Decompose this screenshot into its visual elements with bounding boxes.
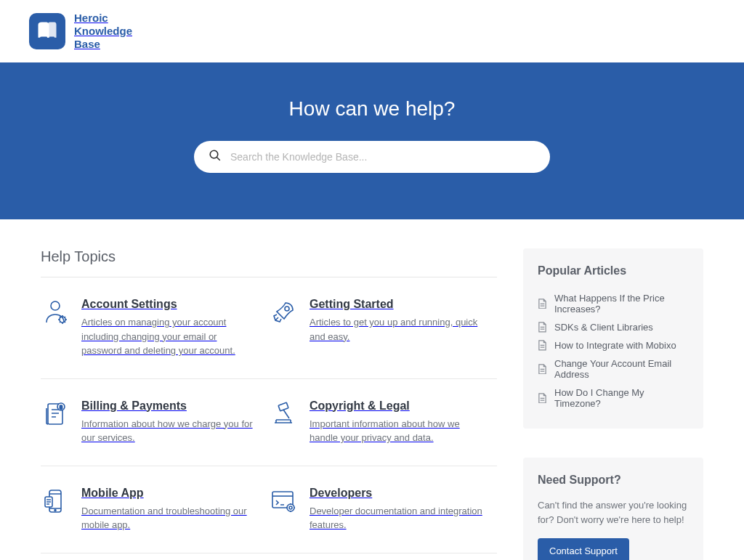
document-icon	[538, 364, 547, 375]
topic-desc: Documentation and troubleshooting our mo…	[81, 504, 257, 532]
svg-point-8	[54, 509, 56, 511]
popular-articles-box: Popular Articles What Happens If the Pri…	[523, 248, 703, 429]
topic-billing[interactable]: $ Billing & Payments Information about h…	[41, 379, 269, 466]
hero-banner: How can we help?	[0, 62, 744, 219]
rocket-icon	[269, 298, 298, 327]
sidebar: Popular Articles What Happens If the Pri…	[523, 248, 703, 560]
document-icon	[538, 299, 547, 309]
article-item: How Do I Change My Timezone?	[538, 384, 689, 413]
svg-point-2	[285, 307, 289, 311]
topic-desc: Important information about how we handl…	[310, 417, 485, 445]
topic-developers[interactable]: Developers Developer documentation and i…	[269, 466, 497, 553]
brand-name: Heroic Knowledge Base	[74, 12, 132, 51]
popular-heading: Popular Articles	[538, 264, 689, 277]
support-heading: Need Support?	[538, 474, 689, 487]
article-item: Change Your Account Email Address	[538, 354, 689, 384]
document-icon	[538, 322, 547, 333]
topic-account-settings[interactable]: Account Settings Articles on managing yo…	[41, 277, 269, 379]
search-input[interactable]	[230, 151, 535, 163]
support-box: Need Support? Can't find the answer you'…	[523, 458, 703, 560]
contact-support-button[interactable]: Contact Support	[538, 538, 629, 560]
topic-title: Getting Started	[310, 298, 485, 311]
article-item: How to Integrate with Mobixo	[538, 336, 689, 354]
svg-point-11	[287, 504, 294, 511]
topic-desc: Developer documentation and integration …	[310, 504, 485, 532]
topic-title: Developers	[310, 487, 485, 500]
topic-copyright[interactable]: Copyright & Legal Important information …	[269, 379, 497, 466]
search-bar[interactable]	[194, 141, 550, 173]
topic-desc: Information about how we charge you for …	[81, 417, 257, 445]
logo-icon	[29, 13, 65, 49]
topic-mobile-app[interactable]: Mobile App Documentation and troubleshoo…	[41, 466, 269, 553]
topic-title: Mobile App	[81, 487, 257, 500]
support-text: Can't find the answer you're looking for…	[538, 498, 689, 527]
user-gear-icon	[41, 298, 70, 327]
mobile-icon	[41, 487, 70, 516]
topic-desc: Articles on managing your account includ…	[81, 315, 257, 358]
help-topics-heading: Help Topics	[41, 248, 497, 265]
header: Heroic Knowledge Base	[0, 0, 744, 62]
terminal-gear-icon	[269, 487, 298, 516]
svg-text:$: $	[60, 405, 62, 410]
topic-getting-started[interactable]: Getting Started Articles to get you up a…	[269, 277, 497, 379]
topic-title: Copyright & Legal	[310, 399, 485, 413]
article-link[interactable]: Change Your Account Email Address	[554, 358, 689, 380]
topic-desc: Articles to get you up and running, quic…	[310, 315, 485, 344]
article-item: SDKs & Client Libraries	[538, 318, 689, 336]
article-link[interactable]: How to Integrate with Mobixo	[554, 340, 676, 351]
brand-logo-link[interactable]: Heroic Knowledge Base	[29, 12, 132, 51]
help-topics-section: Help Topics Account Settings Articles on…	[41, 248, 497, 560]
article-link[interactable]: How Do I Change My Timezone?	[554, 387, 689, 409]
article-item: What Happens If the Price Increases?	[538, 289, 689, 318]
article-link[interactable]: What Happens If the Price Increases?	[554, 293, 689, 315]
topic-title: Account Settings	[81, 298, 257, 311]
document-icon	[538, 393, 547, 404]
topic-title: Billing & Payments	[81, 399, 257, 413]
svg-point-0	[51, 301, 60, 310]
document-icon	[538, 340, 547, 351]
search-icon	[209, 149, 222, 165]
gavel-icon	[269, 399, 298, 429]
invoice-icon: $	[41, 399, 70, 429]
hero-title: How can we help?	[15, 97, 729, 121]
main-content: Help Topics Account Settings Articles on…	[0, 219, 744, 560]
article-link[interactable]: SDKs & Client Libraries	[554, 322, 653, 333]
